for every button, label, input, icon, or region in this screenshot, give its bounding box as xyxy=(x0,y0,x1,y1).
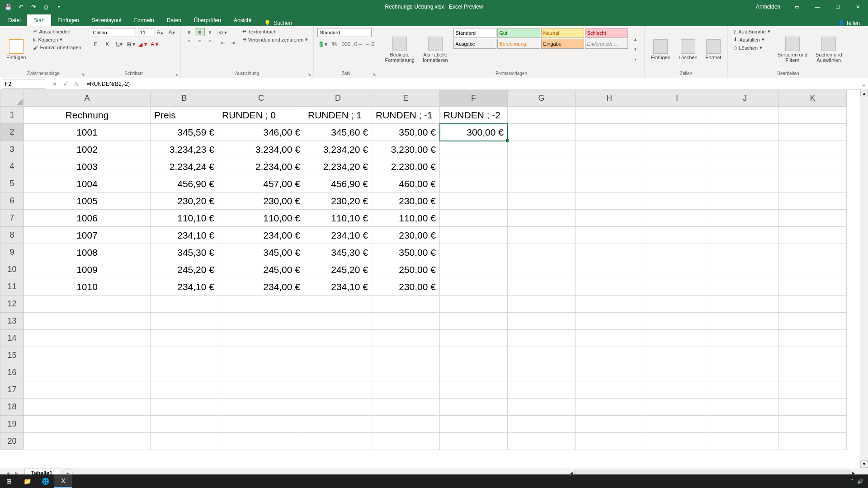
underline-button[interactable]: U ▾ xyxy=(114,40,124,49)
cell[interactable] xyxy=(576,261,643,278)
cell[interactable] xyxy=(218,433,304,450)
cell[interactable] xyxy=(218,330,304,347)
cell[interactable]: 234,10 € xyxy=(151,227,218,244)
font-launcher-icon[interactable]: ⬊ xyxy=(175,72,179,77)
cut-button[interactable]: ✂Ausschneiden xyxy=(31,28,83,35)
cell[interactable] xyxy=(218,313,304,330)
cell[interactable]: 3.234,00 € xyxy=(218,141,304,158)
column-header[interactable]: J xyxy=(711,90,779,107)
cell[interactable] xyxy=(711,416,779,433)
fill-button[interactable]: ⬇Ausfüllen ▾ xyxy=(731,36,772,43)
cell[interactable] xyxy=(304,416,372,433)
save-icon[interactable]: 💾 xyxy=(5,3,12,10)
cell[interactable] xyxy=(576,347,643,364)
styles-gallery-icon[interactable]: ▾ xyxy=(631,55,641,64)
cell[interactable] xyxy=(576,296,643,313)
cell[interactable] xyxy=(711,364,779,381)
cell[interactable] xyxy=(218,416,304,433)
align-bottom-button[interactable]: ≡ xyxy=(205,28,215,36)
italic-button[interactable]: K xyxy=(103,40,113,49)
cell[interactable]: 345,30 € xyxy=(151,244,218,261)
cell[interactable] xyxy=(440,399,508,416)
cell[interactable] xyxy=(508,416,576,433)
cell[interactable] xyxy=(779,261,847,278)
edge-icon[interactable]: 🌐 xyxy=(36,474,54,488)
qat-more-icon[interactable]: ▾ xyxy=(55,3,62,10)
cell[interactable]: 1010 xyxy=(24,278,151,296)
styles-more-up-icon[interactable]: ▲ xyxy=(631,35,641,44)
cell[interactable] xyxy=(779,107,847,124)
styles-more-down-icon[interactable]: ▼ xyxy=(631,45,641,54)
volume-icon[interactable]: 🔊 xyxy=(857,479,863,484)
row-header[interactable]: 10 xyxy=(0,261,24,278)
style-eingabe[interactable]: Eingabe xyxy=(541,39,584,49)
tell-me-search[interactable]: 💡 Suchen xyxy=(258,20,298,26)
tab-file[interactable]: Datei xyxy=(2,14,27,26)
cell[interactable]: 230,00 € xyxy=(218,192,304,210)
cell[interactable] xyxy=(779,244,847,261)
cell[interactable] xyxy=(643,244,711,261)
cell[interactable]: 345,30 € xyxy=(304,244,372,261)
cell[interactable] xyxy=(508,192,576,210)
cell[interactable] xyxy=(304,399,372,416)
cell[interactable] xyxy=(440,261,508,278)
cell[interactable] xyxy=(440,416,508,433)
cell[interactable] xyxy=(151,313,218,330)
cell[interactable] xyxy=(576,330,643,347)
cell[interactable] xyxy=(779,192,847,210)
cell[interactable] xyxy=(24,433,151,450)
cell[interactable] xyxy=(711,141,779,158)
tab-layout[interactable]: Seitenlayout xyxy=(85,14,128,26)
cell[interactable]: 345,00 € xyxy=(218,244,304,261)
cell[interactable] xyxy=(576,381,643,399)
row-header[interactable]: 11 xyxy=(0,278,24,296)
cell[interactable] xyxy=(779,278,847,296)
cell[interactable] xyxy=(643,364,711,381)
cell[interactable] xyxy=(711,381,779,399)
format-painter-button[interactable]: 🖌Format übertragen xyxy=(31,44,83,51)
cell[interactable] xyxy=(218,381,304,399)
cell[interactable] xyxy=(372,381,440,399)
cell[interactable] xyxy=(643,175,711,192)
cell[interactable]: 2.234,24 € xyxy=(151,158,218,175)
start-button[interactable]: ⊞ xyxy=(0,474,18,488)
cell[interactable] xyxy=(711,330,779,347)
cell[interactable] xyxy=(304,313,372,330)
align-center-button[interactable]: ≡ xyxy=(195,37,205,45)
cell[interactable] xyxy=(24,330,151,347)
cell[interactable] xyxy=(576,175,643,192)
conditional-format-button[interactable]: Bedingte Formatierung xyxy=(382,28,417,71)
number-format-select[interactable] xyxy=(317,28,372,37)
cell[interactable]: 3.234,20 € xyxy=(304,141,372,158)
cell[interactable]: RUNDEN ; -2 xyxy=(440,107,508,124)
cell[interactable] xyxy=(643,192,711,210)
autosum-button[interactable]: ΣAutoSumme ▾ xyxy=(731,28,772,35)
cell[interactable] xyxy=(218,364,304,381)
cell[interactable] xyxy=(643,210,711,227)
cell[interactable] xyxy=(576,192,643,210)
align-right-button[interactable]: ≡ xyxy=(205,37,215,45)
row-header[interactable]: 1 xyxy=(0,107,24,124)
style-schlecht[interactable]: Schlecht xyxy=(585,28,628,38)
file-explorer-icon[interactable]: 📁 xyxy=(18,474,36,488)
cell[interactable] xyxy=(779,313,847,330)
cell[interactable]: 2.234,20 € xyxy=(304,158,372,175)
cell[interactable] xyxy=(440,210,508,227)
cell[interactable] xyxy=(508,244,576,261)
cell[interactable] xyxy=(151,433,218,450)
cell[interactable] xyxy=(779,124,847,141)
cell[interactable]: 346,00 € xyxy=(218,124,304,141)
cell[interactable] xyxy=(24,296,151,313)
percent-button[interactable]: % xyxy=(329,40,339,49)
cell[interactable]: 1003 xyxy=(24,158,151,175)
column-header[interactable]: K xyxy=(779,90,847,107)
merge-center-button[interactable]: ⊟Verbinden und zentrieren ▾ xyxy=(241,36,310,43)
cell[interactable] xyxy=(304,433,372,450)
cell[interactable] xyxy=(440,192,508,210)
column-header[interactable]: E xyxy=(372,90,440,107)
row-header[interactable]: 14 xyxy=(0,330,24,347)
copy-button[interactable]: ⎘Kopieren ▾ xyxy=(31,36,83,43)
cell[interactable] xyxy=(711,227,779,244)
cell[interactable]: 110,10 € xyxy=(151,210,218,227)
cell[interactable]: 1008 xyxy=(24,244,151,261)
